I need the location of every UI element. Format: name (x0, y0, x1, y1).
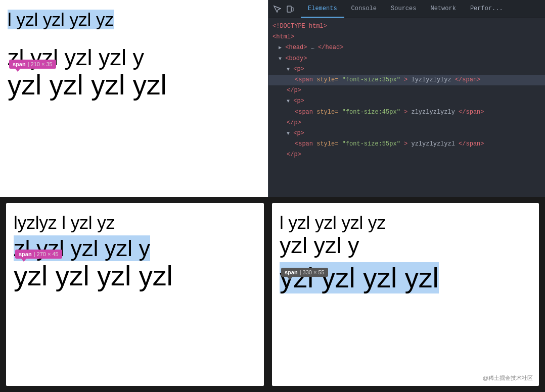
top-row: l yzl yzl yzl yz span | 210 × 35 zl yzl … (0, 0, 545, 197)
p1-open-line: ▼ <p> (268, 64, 545, 75)
browser-preview-bottom-left: lyzlyz l yzl yz span | 270 × 45 zl yzl y… (6, 203, 264, 386)
span-tooltip-55: span | 330 × 55 (281, 268, 328, 277)
preview-line-3: yzl yzl yzl yzl (8, 70, 260, 101)
devtools-panel: Elements Console Sources Network Perfor.… (268, 0, 545, 197)
bottom-row: lyzlyz l yzl yz span | 270 × 45 zl yzl y… (0, 197, 545, 392)
inspect-icon[interactable] (272, 5, 282, 14)
devtools-content: <!DOCTYPE html> <html> ▶ <head> … </head… (268, 18, 545, 197)
tab-sources[interactable]: Sources (384, 0, 423, 18)
devtools-icon-group (272, 0, 295, 18)
tooltip-dimensions-55: | 330 × 55 (300, 269, 325, 275)
span-tooltip-35: span | 210 × 35 (9, 60, 56, 69)
p2-close-line: </p> (268, 118, 545, 128)
tooltip-dimensions-45: | 270 × 45 (34, 251, 59, 257)
p1-close-line: </p> (268, 85, 545, 96)
browser-preview-top: l yzl yzl yzl yz span | 210 × 35 zl yzl … (0, 0, 268, 197)
svg-rect-0 (287, 6, 291, 12)
main-layout: l yzl yzl yzl yz span | 210 × 35 zl yzl … (0, 0, 545, 392)
span3-line[interactable]: <span style= "font-size:55px" > yzlyzlyz… (268, 139, 545, 150)
bottom-left-line3: yzl yzl yzl yzl (14, 261, 256, 291)
p3-close-line: </p> (268, 150, 545, 160)
p2-open-line: ▼ <p> (268, 96, 545, 107)
span-tooltip-45: span | 270 × 45 (15, 250, 62, 259)
preview-line-1: l yzl yzl yzl yz (8, 10, 260, 30)
bottom-right-line1: l yzl yzl yzl yz (280, 213, 531, 233)
highlighted-span-55: yzl yzl yzl yzl (280, 262, 439, 293)
tooltip-tag-label-45: span (19, 251, 32, 257)
browser-preview-bottom-right: l yzl yzl yzl yz yzl yzl y span | 330 × … (272, 203, 539, 386)
highlighted-span-35: l yzl yzl yzl yz (8, 10, 114, 29)
span2-line[interactable]: <span style= "font-size:45px" > zlyzlyzl… (268, 107, 545, 118)
device-icon[interactable] (286, 5, 295, 14)
span1-line[interactable]: <span style= "font-size:35px" > lyzlyzly… (268, 75, 545, 85)
devtools-toolbar: Elements Console Sources Network Perfor.… (268, 0, 545, 18)
tooltip-dimensions-35: | 210 × 35 (28, 61, 53, 67)
html-open-line: <html> (268, 32, 545, 42)
svg-rect-1 (292, 8, 293, 11)
body-line: ▼ <body> (268, 54, 545, 64)
bottom-right-line2: yzl yzl y (280, 233, 531, 258)
tab-network[interactable]: Network (423, 0, 463, 18)
tab-performance[interactable]: Perfor... (463, 0, 510, 18)
doctype-line: <!DOCTYPE html> (268, 21, 545, 32)
devtools-tabs: Elements Console Sources Network Perfor.… (301, 0, 510, 18)
p3-open-line: ▼ <p> (268, 128, 545, 139)
bottom-left-line1: lyzlyz l yzl yz (14, 213, 256, 233)
watermark: @稀土掘金技术社区 (483, 374, 533, 382)
tab-console[interactable]: Console (344, 0, 384, 18)
tooltip-tag-label-55: span (285, 269, 298, 275)
head-line: ▶ <head> … </head> (268, 42, 545, 53)
tab-elements[interactable]: Elements (301, 0, 344, 18)
tooltip-tag-label: span (13, 61, 26, 67)
